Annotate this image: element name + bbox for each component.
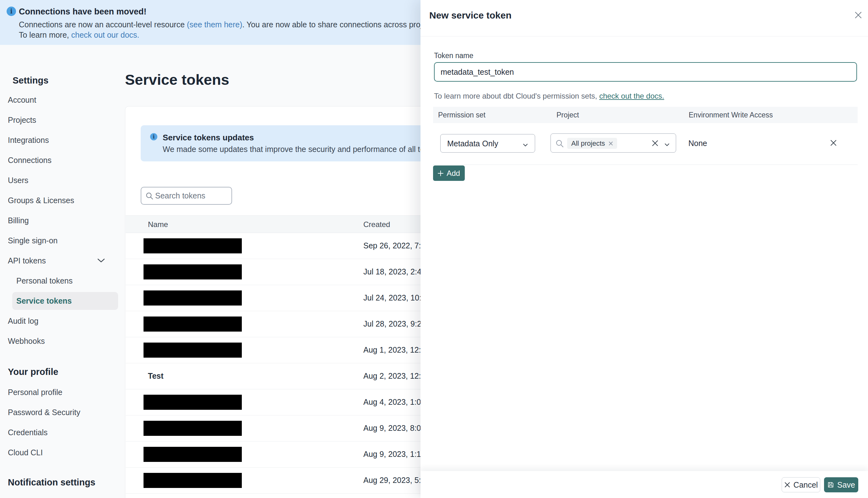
redacted-token-name	[144, 395, 242, 410]
sidebar-item-projects[interactable]: Projects	[8, 116, 36, 124]
add-button-label: Add	[447, 169, 460, 178]
column-header-permission-set: Permission set	[438, 111, 486, 119]
cancel-button[interactable]: Cancel	[781, 477, 820, 492]
project-chip[interactable]: All projects	[567, 138, 617, 149]
remove-row-icon[interactable]	[829, 138, 838, 147]
sidebar-item-users[interactable]: Users	[8, 176, 28, 185]
info-icon: i	[150, 133, 157, 140]
cancel-button-label: Cancel	[793, 481, 818, 489]
check-out-docs-link[interactable]: check out the docs.	[599, 92, 664, 100]
sidebar-item-api-tokens[interactable]: API tokens	[8, 256, 46, 265]
redacted-token-name	[144, 447, 242, 462]
sidebar-item-password-security[interactable]: Password & Security	[8, 408, 80, 417]
save-button-label: Save	[837, 481, 855, 489]
sidebar-item-audit-log[interactable]: Audit log	[8, 316, 38, 326]
save-button[interactable]: Save	[824, 477, 858, 492]
search-icon	[145, 192, 154, 201]
sidebar-item-integrations[interactable]: Integrations	[8, 136, 49, 145]
permission-set-select[interactable]: Metadata Only	[440, 134, 535, 153]
chevron-down-icon	[523, 142, 528, 148]
redacted-token-name	[144, 421, 242, 436]
settings-sidebar: Settings Account Projects Integrations C…	[0, 45, 125, 498]
permissions-table-header: Permission set Project Environment Write…	[433, 107, 858, 123]
redacted-token-name	[144, 343, 242, 358]
banner-footer-text: To learn more,	[19, 30, 71, 39]
redacted-token-name	[144, 264, 242, 279]
project-chip-label: All projects	[571, 140, 605, 147]
sidebar-item-cloud-cli[interactable]: Cloud CLI	[8, 448, 43, 457]
sidebar-item-connections[interactable]: Connections	[8, 156, 52, 165]
sidebar-item-credentials[interactable]: Credentials	[8, 428, 48, 437]
close-icon[interactable]	[853, 10, 863, 20]
info-icon: i	[6, 6, 16, 16]
project-multiselect[interactable]: All projects	[551, 133, 676, 153]
sidebar-item-personal-tokens[interactable]: Personal tokens	[16, 276, 73, 285]
sidebar-item-webhooks[interactable]: Webhooks	[8, 337, 45, 346]
search-input[interactable]	[155, 187, 229, 204]
redacted-token-name	[144, 316, 242, 331]
banner-footer: To learn more, check out our docs.	[19, 30, 140, 40]
sidebar-heading-notification-settings: Notification settings	[8, 477, 95, 488]
close-icon	[784, 482, 790, 488]
permission-set-value: Metadata Only	[447, 139, 498, 148]
search-icon	[555, 139, 564, 149]
notice-title: Service tokens updates	[163, 133, 254, 143]
see-them-here-link[interactable]: (see them here)	[187, 20, 242, 29]
page-title: Service tokens	[125, 71, 229, 88]
check-docs-link[interactable]: check out our docs.	[71, 30, 140, 39]
sidebar-item-account[interactable]: Account	[8, 95, 36, 105]
chip-remove-icon[interactable]	[609, 141, 613, 146]
search-tokens-box[interactable]	[141, 187, 232, 205]
sidebar-item-groups-licenses[interactable]: Groups & Licenses	[8, 196, 74, 205]
new-service-token-drawer: New service token Token name To learn mo…	[421, 0, 868, 498]
chevron-down-icon[interactable]	[665, 142, 670, 147]
docs-line-text: To learn more about dbt Cloud's permissi…	[434, 92, 599, 100]
sidebar-heading-settings: Settings	[13, 75, 48, 86]
drawer-title: New service token	[429, 10, 512, 21]
sidebar-item-personal-profile[interactable]: Personal profile	[8, 388, 63, 397]
chevron-down-icon[interactable]	[97, 259, 105, 264]
permissions-divider	[433, 165, 858, 165]
column-header-name: Name	[148, 220, 168, 229]
sidebar-item-single-sign-on[interactable]: Single sign-on	[8, 236, 57, 245]
save-icon	[827, 481, 834, 488]
column-header-environment-write-access: Environment Write Access	[689, 111, 773, 119]
token-name-input[interactable]	[434, 62, 857, 82]
sidebar-heading-your-profile: Your profile	[8, 367, 58, 377]
token-name-label: Token name	[434, 52, 473, 60]
column-header-project: Project	[556, 111, 579, 119]
drawer-footer: Cancel Save	[421, 471, 868, 498]
permission-docs-line: To learn more about dbt Cloud's permissi…	[434, 92, 664, 101]
sidebar-item-service-tokens-label[interactable]: Service tokens	[16, 297, 72, 305]
plus-icon	[438, 170, 444, 176]
redacted-token-name	[144, 473, 242, 488]
column-header-created: Created	[363, 220, 390, 229]
sidebar-item-billing[interactable]: Billing	[8, 216, 29, 225]
banner-body-text: Connections are now an account-level res…	[19, 20, 187, 29]
redacted-token-name	[144, 238, 242, 253]
redacted-token-name	[144, 290, 242, 305]
environment-write-access-value: None	[688, 139, 707, 148]
token-name-cell: Test	[148, 371, 163, 381]
add-permission-button[interactable]: Add	[433, 166, 465, 181]
banner-title: Connections have been moved!	[19, 7, 147, 17]
clear-selection-icon[interactable]	[651, 140, 659, 148]
